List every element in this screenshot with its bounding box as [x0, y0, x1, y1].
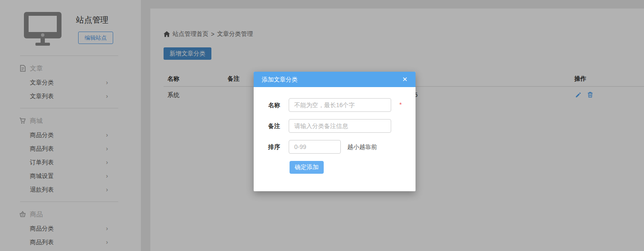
- modal-title: 添加文章分类: [262, 72, 298, 87]
- add-category-modal: 添加文章分类 ✕ 名称 * 备注 排序 越小越靠前 确定添加: [254, 72, 416, 191]
- remark-field-label: 备注: [268, 123, 280, 130]
- sort-hint: 越小越靠前: [347, 143, 377, 151]
- required-asterisk: *: [399, 101, 402, 108]
- modal-body: 名称 * 备注 排序 越小越靠前 确定添加: [254, 87, 416, 191]
- sort-input[interactable]: [289, 140, 341, 154]
- page: 站点管理 编辑站点 文章 文章分类 › 文章列表 ›: [0, 0, 644, 251]
- confirm-add-button[interactable]: 确定添加: [290, 161, 324, 174]
- remark-input[interactable]: [289, 119, 391, 133]
- sort-field-label: 排序: [268, 143, 280, 151]
- name-field-label: 名称: [268, 102, 280, 109]
- name-input[interactable]: [289, 98, 391, 112]
- modal-header: 添加文章分类 ✕: [254, 72, 416, 87]
- close-icon[interactable]: ✕: [398, 72, 411, 87]
